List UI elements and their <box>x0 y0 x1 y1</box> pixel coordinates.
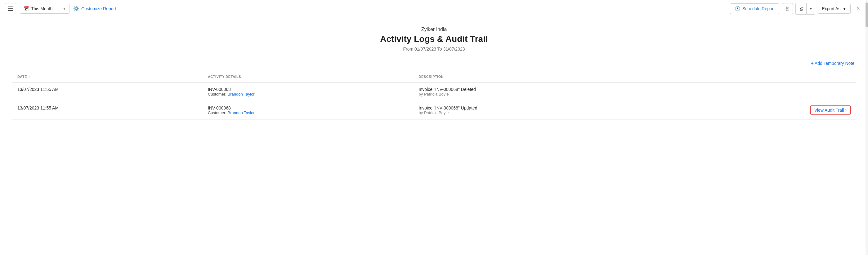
scrollbar[interactable] <box>866 0 868 120</box>
export-button[interactable]: Export As ▼ <box>818 4 850 14</box>
schedule-report-button[interactable]: 🕐 Schedule Report <box>730 3 779 14</box>
table-body: 13/07/2023 11:55 AM INV-000068 Customer:… <box>12 83 856 120</box>
table-header: DATE ↕ ACTIVITY DETAILS DESCRIPTION <box>12 71 856 83</box>
col-activity: ACTIVITY DETAILS <box>203 71 414 83</box>
sort-icon: ↕ <box>29 75 31 78</box>
desc-sub-1: by Patricia Boyle <box>419 92 664 96</box>
customize-report-button[interactable]: ⚙️ Customize Report <box>73 6 116 11</box>
customer-link-2[interactable]: Brandon Taylor <box>227 110 254 115</box>
toolbar: 📅 This Month ▼ ⚙️ Customize Report 🕐 Sch… <box>0 0 868 18</box>
print-dropdown-button[interactable]: ▼ <box>807 5 815 13</box>
table-row: 13/07/2023 11:55 AM INV-000068 Customer:… <box>12 83 856 101</box>
chevron-right-icon: › <box>845 108 846 113</box>
close-button[interactable]: × <box>853 4 863 14</box>
invoice-number-1: INV-000068 <box>208 87 409 92</box>
cell-date-1: 13/07/2023 11:55 AM <box>12 83 203 101</box>
toolbar-left: 📅 This Month ▼ ⚙️ Customize Report <box>5 3 726 14</box>
close-icon: × <box>856 5 860 12</box>
schedule-report-label: Schedule Report <box>742 6 775 11</box>
company-name: Zylker India <box>12 27 856 32</box>
cell-action-2: View Audit Trail › <box>669 101 856 120</box>
activity-table: DATE ↕ ACTIVITY DETAILS DESCRIPTION 13/0… <box>12 71 856 120</box>
add-note-label: + Add Temporary Note <box>811 61 854 66</box>
customize-report-label: Customize Report <box>81 6 116 11</box>
view-audit-trail-label: View Audit Trail <box>814 108 844 113</box>
customer-label-2: Customer: Brandon Taylor <box>208 110 409 115</box>
clock-icon: 🕐 <box>735 6 741 11</box>
add-note-section: + Add Temporary Note <box>12 61 856 66</box>
cell-date-2: 13/07/2023 11:55 AM <box>12 101 203 120</box>
date-selector[interactable]: 📅 This Month ▼ <box>20 4 69 14</box>
cell-action-1 <box>669 83 856 101</box>
desc-sub-2: by Patricia Boyle <box>419 110 664 115</box>
col-date[interactable]: DATE ↕ <box>12 71 203 83</box>
scrollbar-thumb[interactable] <box>866 2 868 27</box>
cell-activity-1: INV-000068 Customer: Brandon Taylor <box>203 83 414 101</box>
date-selector-label: This Month <box>31 6 61 11</box>
report-header: Zylker India Activity Logs & Audit Trail… <box>12 27 856 52</box>
chevron-down-icon: ▼ <box>842 6 846 11</box>
hamburger-line1 <box>8 6 13 7</box>
print-icon: 🖨 <box>799 6 803 11</box>
hamburger-line3 <box>8 10 13 11</box>
invoice-number-2: INV-000068 <box>208 105 409 110</box>
customer-link-1[interactable]: Brandon Taylor <box>227 92 254 96</box>
desc-main-1: Invoice "INV-000068" Deleted <box>419 87 664 92</box>
table-row: 13/07/2023 11:55 AM INV-000068 Customer:… <box>12 101 856 120</box>
main-content: Zylker India Activity Logs & Audit Trail… <box>0 18 868 120</box>
gear-icon: ⚙️ <box>73 6 80 11</box>
chevron-down-icon: ▼ <box>809 7 812 10</box>
cell-activity-2: INV-000068 Customer: Brandon Taylor <box>203 101 414 120</box>
hamburger-button[interactable] <box>5 3 16 14</box>
customer-label-1: Customer: Brandon Taylor <box>208 92 409 96</box>
col-action <box>669 71 856 83</box>
hamburger-line2 <box>8 8 13 9</box>
chevron-down-icon: ▼ <box>63 7 66 10</box>
cell-description-1: Invoice "INV-000068" Deleted by Patricia… <box>414 83 669 101</box>
export-label: Export As <box>822 6 840 11</box>
col-description: DESCRIPTION <box>414 71 669 83</box>
print-button[interactable]: 🖨 <box>796 4 806 13</box>
view-audit-trail-button[interactable]: View Audit Trail › <box>810 105 850 115</box>
report-title: Activity Logs & Audit Trail <box>12 34 856 44</box>
toolbar-right: 🕐 Schedule Report ⎘ 🖨 ▼ Export As ▼ × <box>730 3 863 14</box>
print-split-button[interactable]: 🖨 ▼ <box>796 3 815 14</box>
date-range: From 01/07/2023 To 31/07/2023 <box>12 46 856 52</box>
calendar-icon: 📅 <box>23 6 29 11</box>
desc-main-2: Invoice "INV-000068" Updated <box>419 105 664 110</box>
add-temporary-note-button[interactable]: + Add Temporary Note <box>811 61 854 66</box>
share-icon: ⎘ <box>786 6 789 11</box>
share-button[interactable]: ⎘ <box>782 3 793 14</box>
cell-description-2: Invoice "INV-000068" Updated by Patricia… <box>414 101 669 120</box>
